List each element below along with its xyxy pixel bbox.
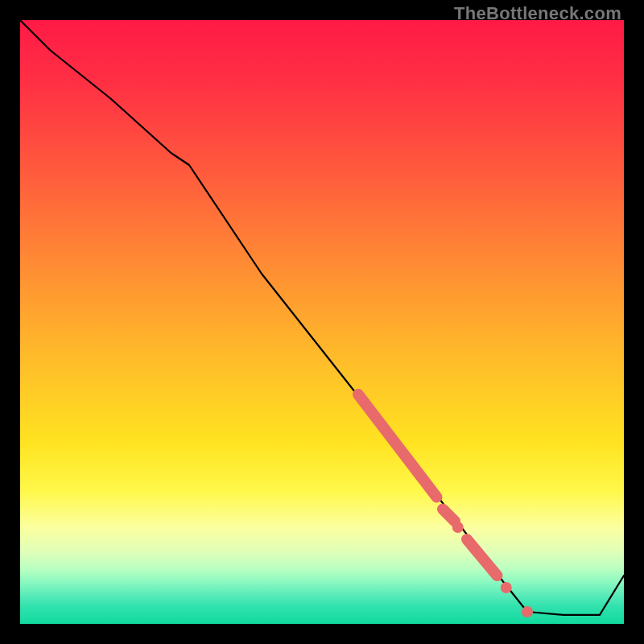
highlight-segment [358,394,437,497]
highlight-segment [467,539,497,576]
highlight-point [501,582,512,593]
highlight-segment [443,510,455,522]
highlight-point [522,606,533,617]
chart-frame: TheBottleneck.com [0,0,644,644]
data-curve [20,20,624,615]
chart-overlay [20,20,624,624]
highlight-segments [358,394,497,576]
highlight-point [452,522,464,533]
